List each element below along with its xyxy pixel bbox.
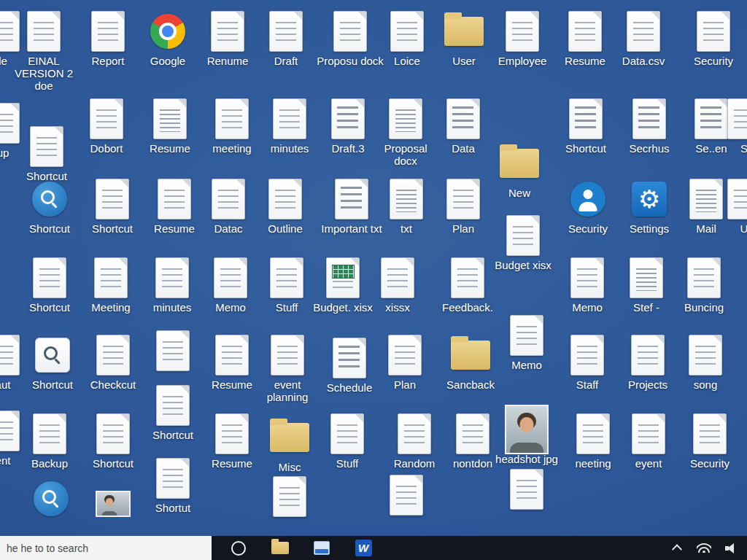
- desktop-icon[interactable]: Backup: [16, 413, 83, 470]
- desktop-icon-label: Stuff: [336, 458, 359, 470]
- desktop-icon[interactable]: minutes: [139, 257, 206, 314]
- desktop-icon[interactable]: Random: [381, 413, 448, 470]
- tray-expand-button[interactable]: [670, 541, 684, 556]
- document-icon: [568, 10, 602, 52]
- desktop-icon-label: Secrhus: [629, 143, 669, 155]
- taskbar-search-box[interactable]: he he to to search: [0, 536, 212, 560]
- desktop-icon-label: Security: [568, 223, 608, 236]
- desktop-icon[interactable]: eyent: [615, 413, 682, 470]
- desktop-icon[interactable]: Data.csv: [610, 10, 677, 68]
- desktop-icon[interactable]: Shortcut: [19, 334, 86, 392]
- desktop-icon-label: Misc: [279, 462, 301, 474]
- desktop-icon-label: Report: [91, 55, 124, 68]
- desktop-icon[interactable]: Stuff: [314, 413, 381, 470]
- desktop-icon[interactable]: User: [430, 10, 498, 68]
- desktop-icon[interactable]: [18, 478, 85, 520]
- desktop-icon[interactable]: [373, 474, 440, 516]
- desktop-icon[interactable]: Employee: [489, 10, 556, 68]
- desktop-icon[interactable]: minutes: [256, 98, 323, 155]
- desktop-icon-label: Loice: [394, 55, 420, 68]
- desktop-icon[interactable]: Shortcut: [80, 413, 147, 470]
- desktop-icon[interactable]: Report: [74, 10, 142, 68]
- document-icon: [331, 98, 365, 140]
- volume-icon[interactable]: [724, 541, 738, 556]
- desktop-icon[interactable]: Secrhus: [616, 98, 683, 155]
- desktop-icon[interactable]: Plan: [371, 334, 438, 392]
- desktop-icon[interactable]: Shortut: [139, 457, 206, 515]
- desktop-icon[interactable]: Plan: [430, 178, 497, 236]
- documents-app-button[interactable]: [311, 537, 333, 559]
- desktop-icon-label: le: [0, 55, 7, 68]
- document-icon: [0, 334, 20, 376]
- desktop-icon[interactable]: Security: [680, 10, 747, 68]
- document-icon: [687, 257, 721, 299]
- desktop-icon[interactable]: Security: [554, 178, 622, 236]
- desktop-icon-label: Sancback: [446, 379, 495, 392]
- desktop-icon[interactable]: [493, 468, 560, 510]
- document-icon: [631, 334, 665, 376]
- desktop-icon-label: up: [0, 147, 9, 160]
- desktop-icon-label: New: [508, 187, 530, 200]
- start-button[interactable]: [228, 537, 249, 559]
- desktop-icon[interactable]: Meeting: [77, 257, 144, 314]
- document-icon: [451, 257, 484, 299]
- desktop-icon[interactable]: Shortcut: [13, 125, 80, 183]
- desktop-icon-label: Shortcut: [32, 379, 73, 392]
- desktop-icon[interactable]: [139, 330, 206, 372]
- desktop-icon[interactable]: Shortcut: [79, 178, 146, 236]
- desktop-icon[interactable]: Resume: [551, 10, 619, 68]
- spreadsheet-icon: [326, 257, 360, 299]
- desktop-icon[interactable]: Shortcut: [16, 178, 83, 236]
- desktop-icon[interactable]: [256, 475, 323, 518]
- document-icon: [381, 257, 414, 299]
- desktop-icon-label: Shortcut: [93, 458, 133, 470]
- document-icon: [269, 10, 303, 52]
- document-icon: [33, 413, 66, 455]
- desktop-icon[interactable]: Dobort: [73, 98, 140, 155]
- desktop-icon-label: Plan: [394, 379, 416, 392]
- desktop-icon[interactable]: event planning: [254, 334, 321, 404]
- document-icon: [215, 98, 249, 140]
- desktop-icon[interactable]: headshot jpg: [493, 408, 560, 466]
- desktop-icon-label: Stef -: [633, 302, 659, 314]
- desktop-icon[interactable]: Memo: [554, 257, 621, 314]
- desktop-icon-label: Stuff: [276, 302, 298, 314]
- desktop-icon[interactable]: Resume: [136, 98, 204, 155]
- desktop-icon[interactable]: S: [711, 98, 747, 155]
- desktop-icon[interactable]: Shortcut: [139, 384, 206, 442]
- desktop-icon[interactable]: Security: [676, 413, 743, 470]
- document-icon: [214, 257, 247, 299]
- desktop-icon[interactable]: Shortcut: [552, 98, 619, 155]
- document-icon: [215, 413, 249, 455]
- desktop-icon[interactable]: xissx: [364, 257, 431, 314]
- desktop-icon-label: event planning: [254, 379, 321, 404]
- desktop-icon[interactable]: Staff: [554, 334, 621, 392]
- desktop-icon-label: Feedback.: [442, 302, 493, 314]
- desktop-icon[interactable]: Renume: [194, 10, 261, 68]
- desktop-icon-label: Buncing: [684, 302, 724, 314]
- folder-icon: [444, 10, 484, 52]
- desktop-icon-label: Shortcut: [29, 223, 70, 236]
- desktop-icon[interactable]: Checkcut: [80, 334, 147, 392]
- desktop-icon[interactable]: song: [672, 334, 739, 392]
- desktop-icon[interactable]: Feedback.: [434, 257, 501, 314]
- desktop-icon[interactable]: Google: [134, 10, 201, 68]
- desktop-icon-label: Data.csv: [622, 55, 665, 68]
- desktop-icon[interactable]: U: [711, 178, 747, 236]
- desktop-icon[interactable]: Draft: [252, 10, 320, 68]
- document-icon: [693, 413, 727, 455]
- desktop-icon[interactable]: Shortcut: [16, 257, 83, 314]
- document-icon: [446, 98, 480, 140]
- desktop-icon[interactable]: Outline: [252, 178, 319, 236]
- desktop-icon[interactable]: [80, 483, 147, 525]
- word-button[interactable]: W: [352, 537, 374, 559]
- file-explorer-button[interactable]: [269, 537, 291, 559]
- desktop-icon-label: txt: [400, 223, 412, 236]
- desktop-icon[interactable]: EINAL VERSION 2 doe: [10, 10, 77, 92]
- desktop-icon[interactable]: Buncing: [670, 257, 738, 314]
- network-icon[interactable]: [697, 541, 711, 556]
- desktop-icon[interactable]: Sancback: [437, 334, 504, 392]
- document-icon: [91, 10, 125, 52]
- desktop-icon-label: Security: [694, 55, 733, 68]
- desktop-icon-label: eyent: [635, 458, 662, 470]
